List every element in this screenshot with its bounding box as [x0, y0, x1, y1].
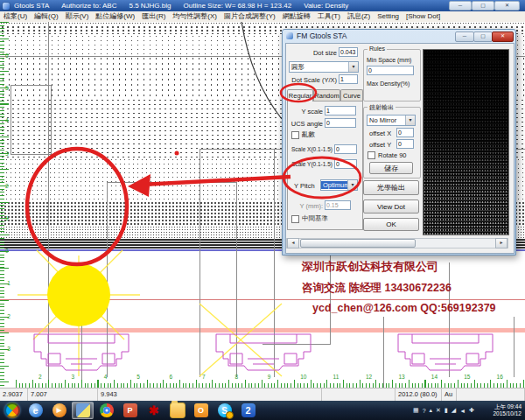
menu-item[interactable]: [Show Dot]	[402, 11, 444, 22]
center-reference-checkbox[interactable]: 中間基準	[291, 214, 328, 223]
construction-line	[81, 326, 82, 388]
optical-output-button[interactable]: 光學輸出	[363, 180, 419, 195]
save-button[interactable]: 儲存	[369, 162, 413, 174]
bottom-ruler-label: 4	[104, 374, 108, 380]
menu-item[interactable]: 網點旋轉	[279, 11, 314, 22]
y-mm-label: Y (mm):	[295, 202, 323, 210]
ok-button[interactable]: OK	[363, 218, 419, 231]
view-dot-button[interactable]: View Dot	[363, 200, 419, 214]
ucs-angle-input[interactable]	[325, 118, 356, 128]
red-app-icon[interactable]: ✱	[143, 402, 164, 419]
scrollbar-thumb[interactable]	[300, 239, 416, 248]
y-pitch-dropdown[interactable]: Optimum ▾	[320, 179, 358, 191]
rotate-90-checkbox[interactable]: Rotate 90	[368, 151, 407, 159]
tab-regular[interactable]: Regular	[287, 89, 313, 102]
dot-shape-dropdown[interactable]: 圓形 ▾	[289, 61, 359, 73]
outlook-glyph: O	[194, 403, 208, 417]
menu-item[interactable]: 訊息(Z)	[344, 11, 374, 22]
tab-random[interactable]: Random	[313, 89, 340, 101]
menu-item[interactable]: 均勻性調整(X)	[169, 11, 220, 22]
volume-tray-icon[interactable]: ◄	[459, 408, 466, 414]
menu-item[interactable]: 圖片合成調整(Y)	[220, 11, 279, 22]
menu-item[interactable]: Setting	[374, 11, 402, 22]
offset-y-input[interactable]	[396, 139, 414, 149]
mirror-dropdown[interactable]: No Mirror ▾	[367, 115, 416, 126]
left-ruler-label: -1	[5, 280, 10, 286]
status-cell	[457, 388, 525, 401]
menu-item[interactable]: 工具(T)	[314, 11, 344, 22]
offset-x-input[interactable]	[396, 128, 414, 137]
bottom-ruler-label: 2	[38, 374, 42, 380]
dialog-maximize-button[interactable]: ▢	[473, 32, 493, 42]
scroll-left-arrow[interactable]: ◂	[287, 238, 299, 248]
dot-scale-input[interactable]	[339, 74, 358, 84]
help-tray-icon[interactable]: ?	[423, 408, 426, 414]
menu-item[interactable]: 點位編修(W)	[92, 11, 138, 22]
random-checkbox[interactable]: 亂數	[291, 130, 315, 139]
minimize-button[interactable]: ─	[449, 1, 472, 10]
bottom-ruler-label: 11	[333, 374, 340, 380]
dropdown-arrow-icon[interactable]: ▾	[347, 180, 357, 190]
chrome-icon[interactable]	[95, 402, 117, 419]
dialog-minimize-button[interactable]: ─	[455, 32, 474, 42]
network-error-tray-icon[interactable]: ✕	[436, 407, 441, 414]
dot-shape-value: 圓形	[290, 63, 348, 72]
dialog-icon	[286, 32, 293, 39]
two-app-icon[interactable]: 2	[237, 402, 259, 419]
left-ruler-label: 3	[5, 150, 9, 157]
scroll-right-arrow[interactable]: ▸	[495, 238, 508, 248]
skype-icon[interactable]: S	[214, 402, 235, 419]
close-button[interactable]: ✕	[494, 1, 520, 10]
scale-x-input[interactable]	[334, 144, 357, 154]
dropdown-arrow-icon[interactable]: ▾	[405, 116, 415, 125]
rules-group-caption: Rules	[368, 46, 387, 52]
scale-y-input[interactable]	[334, 159, 357, 169]
clock[interactable]: 上午 09:44 2015/10/12	[478, 403, 522, 417]
ie-icon[interactable]: e	[24, 402, 46, 419]
left-ruler-label: 4	[5, 117, 9, 123]
dialog-close-button[interactable]: ✕	[492, 32, 514, 42]
show-hidden-icons-button[interactable]: ▴	[430, 407, 433, 414]
outlook-icon[interactable]: O	[190, 402, 212, 419]
min-space-input[interactable]	[367, 66, 414, 75]
media-player-icon[interactable]: ▶	[48, 402, 70, 419]
usb-tray-icon[interactable]: ▦	[413, 407, 419, 414]
tab-curve[interactable]: Curve	[340, 89, 363, 101]
construction-line	[236, 182, 237, 377]
dot-preview-pane	[423, 49, 509, 235]
status-cell: 2.9037	[0, 388, 28, 401]
dot-size-input[interactable]	[339, 47, 358, 57]
reference-band	[0, 328, 525, 332]
construction-line	[107, 182, 108, 377]
dropdown-arrow-icon[interactable]: ▾	[348, 62, 358, 72]
selection-rectangle	[10, 85, 52, 155]
bottom-ruler-label: 16	[497, 374, 503, 380]
construction-line	[274, 149, 275, 377]
explorer-icon[interactable]	[166, 402, 188, 419]
left-ruler-label: 5	[5, 85, 9, 91]
construction-line	[383, 317, 384, 388]
menu-item[interactable]: 匯出(R)	[138, 11, 169, 22]
start-button[interactable]	[1, 402, 23, 419]
battery-tray-icon[interactable]: ▮	[444, 407, 448, 414]
action-center-tray-icon[interactable]: ✚	[469, 407, 474, 414]
maximize-button[interactable]: ▢	[472, 1, 494, 10]
checkbox-box[interactable]	[291, 131, 299, 139]
rotate-90-label: Rotate 90	[378, 151, 407, 159]
menu-item[interactable]: 檔案(U)	[0, 11, 31, 22]
checkbox-box[interactable]	[291, 215, 299, 223]
notes-app-icon[interactable]	[72, 402, 94, 419]
signal-tray-icon[interactable]: ◢	[452, 407, 456, 414]
menu-item[interactable]: 編輯(Q)	[31, 11, 62, 22]
menu-item[interactable]: 顯示(V)	[62, 11, 93, 22]
left-ruler-label: 1	[5, 215, 9, 221]
yellow-highlight-circle	[47, 263, 110, 326]
checkbox-box[interactable]	[368, 151, 375, 159]
y-scale-input[interactable]	[325, 106, 356, 116]
offset-x-label: offset X	[369, 130, 391, 137]
powerpoint-icon[interactable]: P	[119, 402, 141, 419]
y-scale-label: Y scale	[290, 108, 323, 116]
scale-x-label: Scale X(0.1-1.5)	[289, 146, 332, 152]
dialog-horizontal-scrollbar[interactable]: ◂ ▸	[286, 238, 508, 248]
dialog-title: FM Gtools STA	[297, 32, 346, 40]
